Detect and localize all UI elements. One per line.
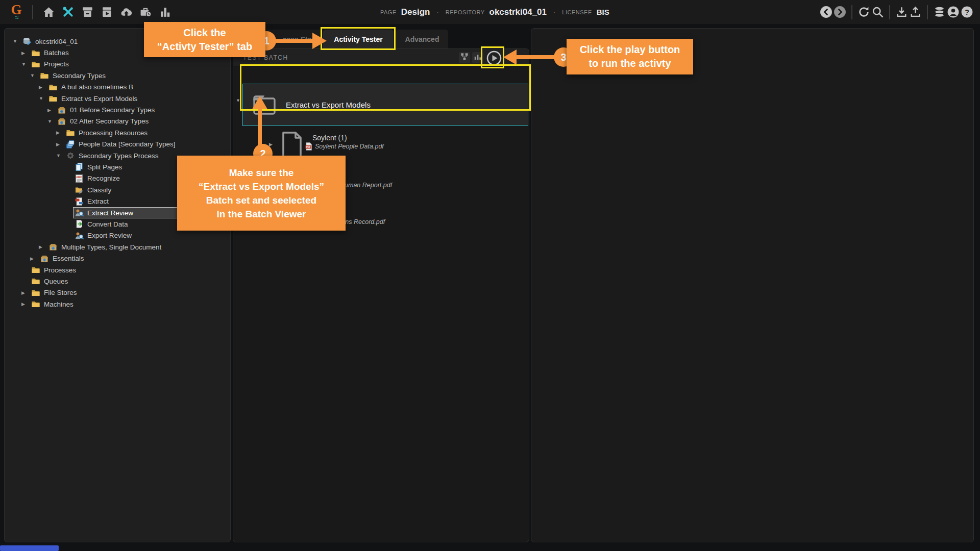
batch-stats-button[interactable] xyxy=(472,52,483,63)
callout-text: Click the play button xyxy=(567,43,693,57)
batch-archive-icon[interactable] xyxy=(81,5,94,19)
stats-icon[interactable] xyxy=(158,5,172,19)
tree-item-body[interactable]: Secondary Types xyxy=(38,70,109,81)
tree-item[interactable]: ▶ File Stores xyxy=(5,287,231,298)
tree-item[interactable]: Queues xyxy=(5,276,231,287)
chevron-down-icon[interactable]: ▼ xyxy=(39,96,47,101)
chevron-down-icon[interactable]: ▼ xyxy=(13,39,21,44)
package-icon xyxy=(57,117,66,126)
tree-item-body[interactable]: Essentials xyxy=(38,253,88,264)
tree-item[interactable]: ▶ Machines xyxy=(5,298,231,310)
tree-item-body[interactable]: Machines xyxy=(30,298,77,310)
jobs-clock-icon[interactable] xyxy=(139,5,153,19)
tree-item[interactable]: Processes xyxy=(5,264,231,276)
page-value[interactable]: Design xyxy=(401,7,430,17)
document-title[interactable]: Soylent (1) xyxy=(312,134,347,142)
help-icon[interactable]: ? xyxy=(960,5,974,19)
batch-structure-button[interactable] xyxy=(459,52,470,63)
chevron-right-icon[interactable]: ▶ xyxy=(21,302,30,307)
tree-item[interactable]: ▼ Secondary Types xyxy=(5,70,231,81)
database-icon[interactable] xyxy=(933,5,946,19)
tree-item-body[interactable]: Projects xyxy=(30,59,72,70)
tree-item-body[interactable]: 02 After Secondary Types xyxy=(56,116,152,127)
tree-item-body[interactable]: Batches xyxy=(30,47,72,59)
tree-item[interactable]: ▶ Essentials xyxy=(5,253,231,264)
tree-item-body[interactable]: People Data [Secondary Types] xyxy=(64,139,179,150)
review-icon xyxy=(75,208,84,217)
callout-text: Click the xyxy=(144,26,265,40)
tree-item-body[interactable]: Extract Review xyxy=(73,207,183,218)
tree-item[interactable]: ▶ Processing Resources xyxy=(5,127,231,138)
tree-item[interactable]: ▼ 02 After Secondary Types xyxy=(5,116,231,127)
download-icon[interactable] xyxy=(895,5,909,19)
tree-item-label: Classify xyxy=(87,186,111,194)
home-icon[interactable] xyxy=(42,5,56,19)
chevron-down-icon[interactable]: ▼ xyxy=(56,153,64,158)
folder-icon xyxy=(48,94,58,103)
chevron-right-icon[interactable]: ▶ xyxy=(39,244,47,249)
chevron-right-icon[interactable]: ▶ xyxy=(21,290,30,295)
folder-icon xyxy=(31,48,40,58)
tab-activity-tester[interactable]: Activity Tester xyxy=(323,30,394,48)
tools-icon[interactable] xyxy=(61,5,75,19)
tree-item-body[interactable]: Export Review xyxy=(73,230,135,241)
chevron-right-icon[interactable]: ▶ xyxy=(47,108,56,113)
upload-icon[interactable] xyxy=(909,5,922,19)
callout-text: Batch set and seelected xyxy=(177,193,346,207)
grooper-logo[interactable]: G ≈ xyxy=(5,3,28,21)
tree-item-body[interactable]: Queues xyxy=(30,276,71,287)
tree-item-body[interactable]: File Stores xyxy=(30,287,81,298)
search-icon[interactable] xyxy=(871,5,885,19)
chevron-down-icon[interactable]: ▼ xyxy=(236,98,240,103)
batch-root-row[interactable]: Extract vs Export Models xyxy=(242,84,528,126)
repository-value[interactable]: okcstrki04_01 xyxy=(489,7,547,17)
tree-item[interactable]: ▶ 01 Before Secondary Types xyxy=(5,104,231,115)
chevron-right-icon[interactable]: ▶ xyxy=(21,51,30,56)
chevron-right-icon[interactable]: ▶ xyxy=(56,142,64,147)
tree-item-body[interactable]: Processes xyxy=(30,264,80,276)
tab-advanced[interactable]: Advanced xyxy=(396,30,448,48)
tree-item[interactable]: ▼ Projects xyxy=(5,59,231,70)
tree-item-label: Recognize xyxy=(87,174,120,182)
refresh-icon[interactable] xyxy=(857,5,871,19)
chevron-right-icon[interactable]: ▶ xyxy=(30,256,38,261)
tree-item-label: Processes xyxy=(44,266,76,274)
tree-item-body[interactable]: 01 Before Secondary Types xyxy=(56,105,158,116)
tree-item-body[interactable]: A but also sometimes B xyxy=(47,82,137,93)
tree-item-body[interactable]: Processing Resources xyxy=(64,127,151,138)
tree-item[interactable]: ▶ People Data [Secondary Types] xyxy=(5,139,231,150)
chevron-down-icon[interactable]: ▼ xyxy=(30,73,38,78)
folder-icon xyxy=(31,277,40,286)
tree-item[interactable]: ▶ Multiple Types, Single Document xyxy=(5,241,231,253)
attachment-line[interactable]: PDF Soylent People Data.pdf xyxy=(305,142,384,151)
batch-play-icon[interactable] xyxy=(100,5,114,19)
arrow-head xyxy=(503,49,517,65)
convert-icon xyxy=(75,219,84,229)
tree-item-body[interactable]: Convert Data xyxy=(73,218,132,230)
tree-item-body[interactable]: Classify xyxy=(73,184,115,195)
tree-item[interactable]: ▼ Extract vs Export Models xyxy=(5,93,231,104)
chevron-down-icon[interactable]: ▼ xyxy=(47,119,56,124)
forward-icon[interactable] xyxy=(833,5,847,19)
tree-item-label: Convert Data xyxy=(87,220,128,228)
tree-item[interactable]: ▶ A but also sometimes B xyxy=(5,82,231,93)
chevron-down-icon[interactable]: ▼ xyxy=(21,62,30,67)
tree-item-body[interactable]: Secondary Types Process xyxy=(64,150,162,161)
tree-item-body[interactable]: okcstrki04_01 xyxy=(21,36,81,47)
chevron-right-icon[interactable]: ▶ xyxy=(39,85,47,90)
profile-icon[interactable] xyxy=(946,5,960,19)
tree-item-body[interactable]: Split Pages xyxy=(73,161,126,172)
callout-text: to run the activty xyxy=(567,57,693,70)
tree-item[interactable]: Export Review xyxy=(5,230,231,241)
tree-item-body[interactable]: ABC Recognize xyxy=(73,173,124,184)
horizontal-scrollbar-thumb[interactable] xyxy=(0,545,59,551)
tree-item-body[interactable]: Extract xyxy=(73,196,112,207)
tree-item-body[interactable]: Extract vs Export Models xyxy=(47,93,141,104)
cloud-upload-icon[interactable] xyxy=(119,5,133,19)
back-icon[interactable] xyxy=(819,5,833,19)
divider xyxy=(851,5,852,19)
chevron-right-icon[interactable]: ▶ xyxy=(56,130,64,135)
tree-item-label: 01 Before Secondary Types xyxy=(70,106,155,114)
tree-item-body[interactable]: Multiple Types, Single Document xyxy=(47,241,165,253)
run-activity-play-button[interactable] xyxy=(486,51,502,66)
